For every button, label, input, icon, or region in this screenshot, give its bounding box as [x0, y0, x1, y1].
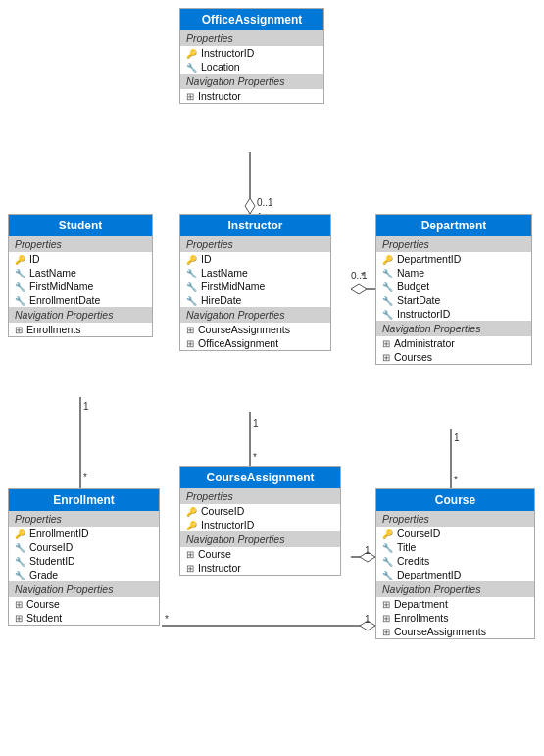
key-icon — [186, 48, 197, 59]
prop-instructorid: InstructorID — [376, 307, 531, 321]
nav-enrollments: Enrollments — [376, 611, 534, 625]
enrollment-props-label: Properties — [9, 511, 159, 527]
nav-courses: Courses — [376, 350, 531, 364]
svg-text:*: * — [165, 614, 169, 625]
prop-firstmidname: FirstMidName — [9, 279, 152, 293]
nav-icon — [382, 599, 390, 610]
svg-text:1: 1 — [365, 614, 371, 625]
entity-courseassignment: CourseAssignment Properties CourseID Ins… — [179, 466, 341, 576]
prop-firstmidname: FirstMidName — [180, 279, 330, 293]
wrench-icon — [382, 268, 393, 278]
wrench-icon — [186, 295, 197, 306]
svg-text:1: 1 — [253, 418, 259, 428]
officeassignment-header: OfficeAssignment — [180, 9, 323, 30]
department-props-label: Properties — [376, 236, 531, 252]
key-icon — [186, 254, 197, 265]
prop-budget: Budget — [376, 279, 531, 293]
nav-icon — [15, 325, 23, 335]
entity-student: Student Properties ID LastName FirstMidN… — [8, 214, 153, 337]
svg-text:*: * — [83, 472, 87, 482]
student-title: Student — [59, 219, 103, 232]
diagram-container: 0..1 1 0..1 * 1 * 1 * 1 * * 1 * 1 — [0, 0, 544, 756]
wrench-icon — [15, 281, 25, 292]
courseassignment-props-label: Properties — [180, 488, 340, 504]
nav-department: Department — [376, 597, 534, 611]
prop-hiredate: HireDate — [180, 293, 330, 307]
entity-instructor: Instructor Properties ID LastName FirstM… — [179, 214, 331, 351]
officeassignment-props-label: Properties — [180, 30, 323, 46]
wrench-icon — [15, 295, 25, 306]
prop-courseid: CourseID — [9, 540, 159, 554]
nav-course: Course — [180, 547, 340, 561]
instructor-nav-label: Navigation Properties — [180, 307, 330, 323]
nav-instructor: Instructor — [180, 561, 340, 575]
connectors-svg: 0..1 1 0..1 * 1 * 1 * 1 * * 1 * 1 — [0, 0, 544, 756]
wrench-icon — [15, 570, 25, 580]
prop-enrollmentdate: EnrollmentDate — [9, 293, 152, 307]
key-icon — [186, 520, 197, 530]
svg-text:*: * — [361, 271, 365, 281]
nav-icon — [15, 599, 23, 610]
nav-courseassignments: CourseAssignments — [376, 625, 534, 638]
svg-text:0..1: 0..1 — [351, 271, 368, 281]
nav-icon — [382, 338, 390, 349]
prop-studentid: StudentID — [9, 554, 159, 568]
prop-enrollmentid: EnrollmentID — [9, 527, 159, 540]
svg-marker-1 — [245, 198, 255, 214]
wrench-icon — [382, 570, 393, 580]
department-nav-label: Navigation Properties — [376, 321, 531, 336]
svg-marker-5 — [351, 284, 367, 294]
department-header: Department — [376, 215, 531, 236]
instructor-header: Instructor — [180, 215, 330, 236]
nav-icon — [15, 613, 23, 624]
key-icon — [15, 254, 25, 265]
nav-icon — [186, 338, 194, 349]
prop-courseid: CourseID — [376, 527, 534, 540]
prop-grade: Grade — [9, 568, 159, 581]
wrench-icon — [186, 281, 197, 292]
nav-icon — [186, 563, 194, 574]
nav-icon — [186, 325, 194, 335]
prop-startdate: StartDate — [376, 293, 531, 307]
prop-departmentid: DepartmentID — [376, 252, 531, 266]
prop-id: ID — [180, 252, 330, 266]
nav-student: Student — [9, 611, 159, 625]
nav-icon — [186, 91, 194, 102]
nav-courseassignments: CourseAssignments — [180, 323, 330, 336]
nav-enrollments: Enrollments — [9, 323, 152, 336]
course-header: Course — [376, 489, 534, 511]
entity-department: Department Properties DepartmentID Name … — [375, 214, 532, 365]
nav-officeassignment: OfficeAssignment — [180, 336, 330, 350]
nav-instructor: Instructor — [180, 89, 323, 103]
prop-location: Location — [180, 60, 323, 74]
svg-text:1: 1 — [365, 545, 371, 556]
wrench-icon — [15, 268, 25, 278]
instructor-props-label: Properties — [180, 236, 330, 252]
wrench-icon — [382, 295, 393, 306]
key-icon — [15, 529, 25, 539]
entity-officeassignment: OfficeAssignment Properties InstructorID… — [179, 8, 324, 104]
nav-administrator: Administrator — [376, 336, 531, 350]
entity-enrollment: Enrollment Properties EnrollmentID Cours… — [8, 488, 160, 626]
wrench-icon — [382, 281, 393, 292]
wrench-icon — [382, 556, 393, 567]
prop-name: Name — [376, 266, 531, 279]
wrench-icon — [186, 62, 197, 73]
prop-title: Title — [376, 540, 534, 554]
nav-course: Course — [9, 597, 159, 611]
nav-icon — [186, 549, 194, 560]
enrollment-header: Enrollment — [9, 489, 159, 511]
nav-icon — [382, 613, 390, 624]
svg-text:0..1: 0..1 — [257, 197, 273, 208]
wrench-icon — [382, 309, 393, 320]
course-nav-label: Navigation Properties — [376, 581, 534, 597]
svg-marker-18 — [360, 552, 375, 562]
student-nav-label: Navigation Properties — [9, 307, 152, 323]
key-icon — [382, 254, 393, 265]
prop-courseid: CourseID — [180, 504, 340, 518]
svg-text:1: 1 — [454, 432, 460, 443]
key-icon — [186, 506, 197, 517]
courseassignment-nav-label: Navigation Properties — [180, 531, 340, 547]
prop-id: ID — [9, 252, 152, 266]
prop-credits: Credits — [376, 554, 534, 568]
